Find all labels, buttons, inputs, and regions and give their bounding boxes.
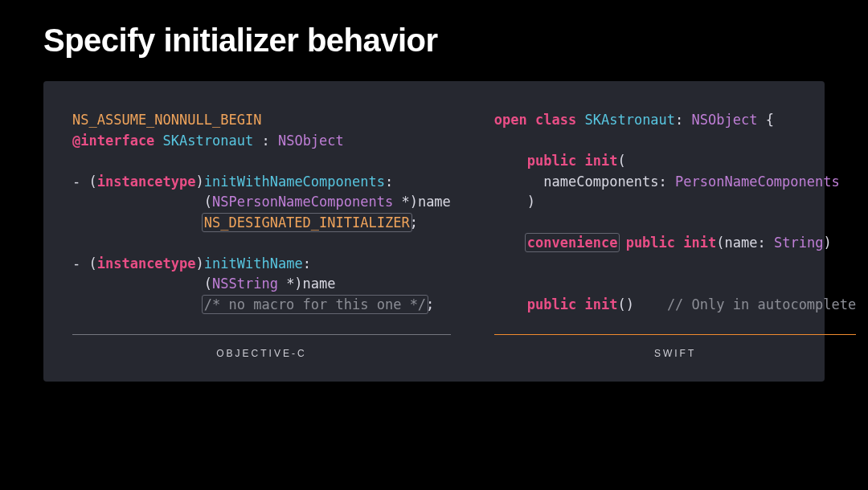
- swift-public2: public: [626, 235, 675, 251]
- swift-sp2: [617, 235, 625, 251]
- swift-arg1-sep: :: [659, 174, 675, 190]
- swift-column: open class SKAstronaut: NSObject { publi…: [494, 110, 856, 359]
- objc-m1-argtype: NSPersonNameComponents: [212, 194, 393, 210]
- swift-lp2: (: [716, 235, 724, 251]
- swift-arg2-name: name: [725, 235, 758, 251]
- swift-label: SWIFT: [494, 334, 856, 359]
- swift-autocomplete-comment: // Only in autocomplete: [667, 296, 856, 312]
- objc-m1-semi: ;: [410, 214, 418, 231]
- objc-m2-dash: - (: [72, 255, 97, 272]
- objc-m1-argname: name: [418, 194, 451, 210]
- objc-m2-cp: ): [196, 255, 204, 272]
- objc-m2-name: initWithName: [204, 255, 303, 272]
- swift-class-name: SKAstronaut: [584, 112, 675, 128]
- swift-public1: public: [527, 153, 576, 169]
- swift-init3: init: [584, 296, 617, 312]
- swift-colon: :: [675, 112, 691, 128]
- swift-code: open class SKAstronaut: NSObject { publi…: [494, 110, 856, 315]
- swift-rp3: ): [626, 296, 634, 312]
- objc-code: NS_ASSUME_NONNULL_BEGIN @interface SKAst…: [72, 110, 451, 315]
- swift-ind1b: [494, 194, 527, 210]
- swift-super-name: NSObject: [692, 112, 758, 128]
- swift-lp1: (: [617, 153, 625, 169]
- objc-m1-dash: - (: [72, 174, 97, 190]
- swift-ind3: [494, 296, 527, 312]
- swift-gap3: [634, 296, 667, 312]
- swift-rp1: ): [527, 194, 535, 210]
- swift-open-kw: open: [494, 112, 527, 128]
- swift-arg1-type: PersonNameComponents: [675, 174, 840, 190]
- swift-convenience-kw: convenience: [525, 233, 620, 252]
- swift-arg2-type: String: [774, 235, 823, 251]
- objc-designated-macro: NS_DESIGNATED_INITIALIZER: [202, 213, 412, 232]
- objc-m1-star: *): [393, 194, 418, 210]
- objc-m2-ind3: [72, 296, 204, 312]
- objc-interface-kw: @interface: [72, 133, 154, 149]
- swift-class-kw: class: [535, 112, 576, 128]
- objc-m2-semi: ;: [426, 296, 434, 312]
- objc-label: OBJECTIVE-C: [72, 334, 451, 359]
- objc-m2-instancetype: instancetype: [97, 255, 196, 272]
- objc-m2-ind: (: [72, 276, 212, 292]
- code-panel: NS_ASSUME_NONNULL_BEGIN @interface SKAst…: [43, 81, 825, 382]
- objc-ns-assume: NS_ASSUME_NONNULL_BEGIN: [72, 112, 261, 128]
- objc-class-name: SKAstronaut: [163, 133, 254, 149]
- swift-ind2: [494, 235, 527, 251]
- objc-super-sep: :: [253, 133, 278, 149]
- objc-m1-instancetype: instancetype: [97, 174, 196, 190]
- objc-m2-colon: :: [303, 255, 311, 272]
- objc-super-name: NSObject: [278, 133, 344, 149]
- swift-brace: {: [757, 112, 773, 128]
- objc-m1-colon: :: [385, 174, 393, 190]
- swift-init2: init: [683, 235, 716, 251]
- objc-m2-argtype: NSString: [212, 276, 278, 292]
- objc-no-macro-comment: /* no macro for this one */: [202, 295, 428, 314]
- objc-m1-ind: (: [72, 194, 212, 210]
- slide-title: Specify initializer behavior: [43, 22, 825, 59]
- swift-public3: public: [527, 296, 576, 312]
- objc-m1-ind3: [72, 214, 204, 231]
- swift-lp3: (: [617, 296, 625, 312]
- swift-rp2: ): [823, 235, 831, 251]
- objc-m1-cp: ): [196, 174, 204, 190]
- swift-arg1-name: nameComponents: [543, 174, 658, 190]
- objc-m2-star: *): [278, 276, 303, 292]
- objc-m2-argname: name: [303, 276, 336, 292]
- swift-init1: init: [584, 153, 617, 169]
- swift-arg1-ind: [494, 174, 543, 190]
- objc-m1-name: initWithNameComponents: [204, 174, 385, 190]
- swift-arg2-sep: :: [757, 235, 773, 251]
- objc-column: NS_ASSUME_NONNULL_BEGIN @interface SKAst…: [72, 110, 451, 359]
- swift-ind1: [494, 153, 527, 169]
